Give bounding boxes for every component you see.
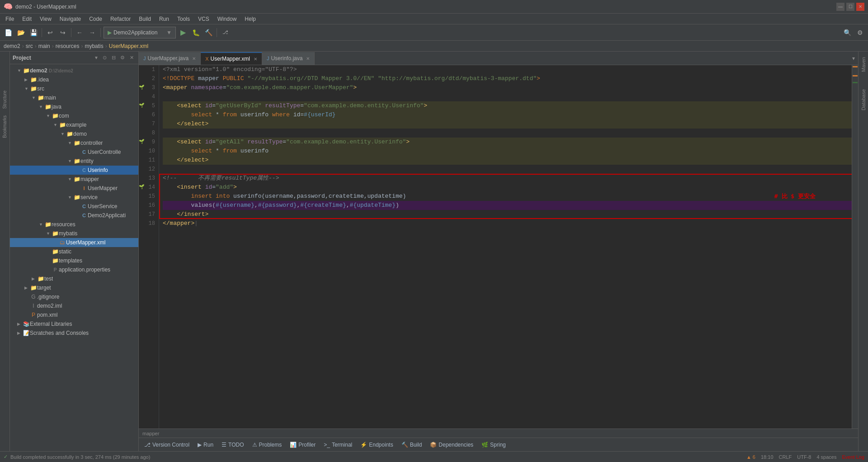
- code-content[interactable]: <?xml version="1.0" encoding="UTF-8"?> <…: [159, 65, 852, 429]
- editor-scrollbar[interactable]: [852, 65, 858, 429]
- tab-spring[interactable]: 🌿 Spring: [478, 439, 509, 450]
- menu-code[interactable]: Code: [85, 15, 106, 23]
- debug-button[interactable]: 🐛: [190, 27, 201, 38]
- tree-item-src[interactable]: ▼ 📁 src: [10, 84, 138, 93]
- menu-window[interactable]: Window: [214, 15, 241, 23]
- menu-tools[interactable]: Tools: [174, 15, 193, 23]
- sidebar-dropdown[interactable]: ▼: [94, 55, 99, 60]
- maven-label[interactable]: Maven: [861, 53, 866, 76]
- tab-profiler[interactable]: 📊 Profiler: [286, 439, 319, 450]
- breadcrumb-mybatis[interactable]: mybatis: [85, 43, 103, 49]
- tree-item-example[interactable]: ▼ 📁 example: [10, 120, 138, 129]
- position-indicator[interactable]: 18:10: [761, 454, 774, 460]
- tree-item-usercontroller[interactable]: C UserControlle: [10, 148, 138, 157]
- tab-usermapper-xml[interactable]: X UserMapper.xml ✕: [201, 52, 262, 65]
- save-button[interactable]: 💾: [28, 27, 39, 38]
- breadcrumb-src[interactable]: src: [26, 43, 33, 49]
- tree-item-controller[interactable]: ▼ 📁 controller: [10, 138, 138, 148]
- encoding-indicator[interactable]: UTF-8: [797, 454, 811, 460]
- breadcrumb-main[interactable]: main: [38, 43, 50, 49]
- database-label[interactable]: Database: [861, 86, 866, 114]
- close-button[interactable]: ✕: [856, 3, 864, 11]
- back-button[interactable]: ←: [74, 27, 85, 38]
- tree-item-gitignore[interactable]: G .gitignore: [10, 292, 138, 301]
- tree-item-idea[interactable]: ▶ 📁 .idea: [10, 75, 138, 84]
- menu-edit[interactable]: Edit: [19, 15, 35, 23]
- tree-item-app-props[interactable]: P application.properties: [10, 265, 138, 274]
- breadcrumb-file[interactable]: UserMapper.xml: [109, 43, 148, 49]
- tree-item-main[interactable]: ▼ 📁 main: [10, 93, 138, 102]
- tab-todo[interactable]: ☰ TODO: [218, 439, 247, 450]
- git-button[interactable]: ⎇: [220, 27, 231, 38]
- sidebar-locate-btn[interactable]: ⊙: [100, 54, 108, 62]
- open-button[interactable]: 📂: [15, 27, 26, 38]
- breadcrumb-demo2[interactable]: demo2: [4, 43, 20, 49]
- minimize-button[interactable]: —: [836, 3, 844, 11]
- bookmarks-label[interactable]: Bookmarks: [2, 113, 7, 141]
- redo-button[interactable]: ↪: [57, 27, 68, 38]
- tab-version-control[interactable]: ⎇ Version Control: [141, 439, 193, 450]
- tree-item-usermapper-xml[interactable]: 🗂 UserMapper.xml: [10, 238, 138, 247]
- tree-item-userinfo[interactable]: C Userinfo: [10, 166, 138, 175]
- menu-file[interactable]: File: [2, 15, 18, 23]
- tab-dependencies[interactable]: 📦 Dependencies: [426, 439, 477, 450]
- build-button[interactable]: 🔨: [203, 27, 214, 38]
- tree-item-com[interactable]: ▼ 📁 com: [10, 111, 138, 120]
- close-tab-1[interactable]: ✕: [192, 56, 196, 61]
- menu-run[interactable]: Run: [156, 15, 173, 23]
- sidebar-settings-btn[interactable]: ⚙: [118, 54, 127, 62]
- tab-build[interactable]: 🔨 Build: [398, 439, 426, 450]
- tab-usermapper-java[interactable]: J UserMapper.java ✕: [139, 52, 201, 65]
- tree-item-iml[interactable]: I demo2.iml: [10, 301, 138, 310]
- menu-help[interactable]: Help: [241, 15, 259, 23]
- warning-count[interactable]: ▲ 6: [746, 454, 755, 460]
- tree-item-java[interactable]: ▼ 📁 java: [10, 102, 138, 111]
- close-tab-3[interactable]: ✕: [306, 56, 310, 61]
- tree-item-mybatis[interactable]: ▼ 📁 mybatis: [10, 229, 138, 238]
- tree-item-userservice[interactable]: C UserService: [10, 202, 138, 211]
- sidebar-collapse-btn[interactable]: ⊟: [109, 54, 118, 62]
- undo-button[interactable]: ↩: [45, 27, 56, 38]
- forward-button[interactable]: →: [87, 27, 98, 38]
- run-button[interactable]: ▶: [178, 27, 189, 38]
- menu-build[interactable]: Build: [135, 15, 155, 23]
- tree-item-pom[interactable]: P pom.xml: [10, 310, 138, 319]
- tree-item-static[interactable]: 📁 static: [10, 247, 138, 256]
- run-config-dropdown[interactable]: ▶ Demo2Application ▼: [104, 27, 176, 38]
- menu-view[interactable]: View: [36, 15, 55, 23]
- tree-item-test[interactable]: ▶ 📁 test: [10, 274, 138, 283]
- tab-userinfo-java[interactable]: J Userinfo.java ✕: [262, 52, 315, 65]
- menu-refactor[interactable]: Refactor: [107, 15, 134, 23]
- event-log[interactable]: Event Log: [842, 454, 864, 460]
- tree-item-target[interactable]: ▶ 📁 target: [10, 283, 138, 292]
- tree-item-templates[interactable]: 📁 templates: [10, 256, 138, 265]
- maximize-button[interactable]: ☐: [846, 3, 854, 11]
- settings-button[interactable]: ⚙: [854, 27, 865, 38]
- tree-item-resources[interactable]: ▼ 📁 resources: [10, 220, 138, 229]
- structure-label[interactable]: Structure: [2, 88, 7, 112]
- tree-item-scratches[interactable]: ▶ 📝 Scratches and Consoles: [10, 329, 138, 338]
- menu-navigate[interactable]: Navigate: [56, 15, 85, 23]
- tree-item-demo2[interactable]: ▼ 📁 demo2 D:\2\demo2: [10, 66, 138, 75]
- tree-item-external-libs[interactable]: ▶ 📚 External Libraries: [10, 319, 138, 329]
- tree-item-entity[interactable]: ▼ 📁 entity: [10, 157, 138, 166]
- close-tab-2[interactable]: ✕: [254, 57, 257, 62]
- menu-vcs[interactable]: VCS: [194, 15, 213, 23]
- window-controls[interactable]: — ☐ ✕: [836, 3, 864, 11]
- tab-terminal[interactable]: >_ Terminal: [320, 439, 356, 450]
- new-file-button[interactable]: 📄: [3, 27, 14, 38]
- tab-run[interactable]: ▶ Run: [194, 439, 217, 450]
- search-everywhere-button[interactable]: 🔍: [842, 27, 853, 38]
- line-ending[interactable]: CRLF: [779, 454, 792, 460]
- indent-indicator[interactable]: 4 spaces: [816, 454, 836, 460]
- tree-item-mapper[interactable]: ▼ 📁 mapper: [10, 175, 138, 184]
- breadcrumb-resources[interactable]: resources: [56, 43, 80, 49]
- tree-item-demo2app[interactable]: C Demo2Applicati: [10, 211, 138, 220]
- tree-item-service[interactable]: ▼ 📁 service: [10, 193, 138, 202]
- tab-problems[interactable]: ⚠ Problems: [249, 439, 286, 450]
- tree-item-demo[interactable]: ▼ 📁 demo: [10, 129, 138, 138]
- tab-endpoints[interactable]: ⚡ Endpoints: [357, 439, 396, 450]
- sidebar-close-btn[interactable]: ✕: [127, 54, 136, 62]
- tree-item-usermapper-java[interactable]: I UserMapper: [10, 184, 138, 193]
- tabs-more-btn[interactable]: ▾: [849, 52, 858, 65]
